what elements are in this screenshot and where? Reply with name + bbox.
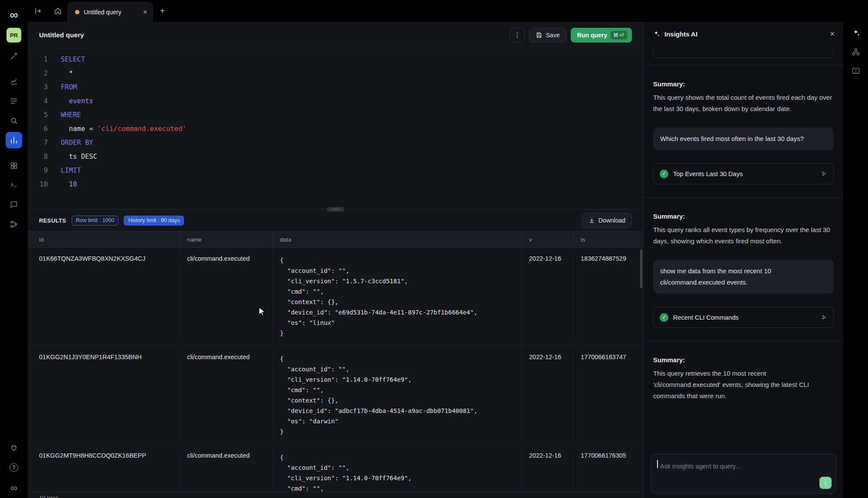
schema-tree-icon[interactable] [852,48,860,56]
line-number: 10 [28,180,48,188]
save-icon [536,32,542,39]
download-button[interactable]: Download [582,213,632,228]
run-query-button[interactable]: Run query ⌘⏎ [571,28,632,43]
grid-apps-icon[interactable] [6,157,22,174]
column-header-id[interactable]: id [28,232,180,247]
query-header: Untitled query ⋮ Save Run query ⌘⏎ [28,22,643,49]
insights-title: Insights AI [664,30,697,38]
insights-ai-icon[interactable] [852,29,860,37]
scrolled-card-fragment [653,46,834,58]
more-options-button[interactable]: ⋮ [510,28,525,43]
ask-agent-input[interactable] [651,454,836,473]
new-tab-button[interactable]: + [153,0,172,22]
trend-chart-icon[interactable] [6,73,22,90]
app-logo-icon: ∞ [10,6,18,23]
query-result-card[interactable]: ✓ Top Events Last 30 Days [653,163,834,184]
plug-icon[interactable] [6,440,22,456]
tab-bar: Untitled query × + [28,0,868,22]
table-row[interactable]: 01K66TQNZA3WFBQ8XN2KXSG4CJ cli/command.e… [28,248,643,346]
line-number: 1 [28,56,48,63]
page-title: Untitled query [39,31,84,39]
code-line: 6 name = 'cli/command.executed' [28,122,643,136]
bar-chart-icon-active[interactable] [6,132,22,148]
workflow-icon[interactable] [6,216,22,233]
column-header-ts[interactable]: ts [573,232,643,247]
sql-editor[interactable]: 1SELECT 2 * 3FROM 4 events 5WHERE 6 name… [28,49,643,209]
close-insights-icon[interactable]: × [830,29,835,39]
insights-chat-input[interactable]: ↑ [651,454,836,494]
tab-close-icon[interactable]: × [143,8,147,16]
cell-name: cli/command.executed [180,346,273,444]
tab-untitled-query[interactable]: Untitled query × [68,2,153,22]
cell-ts: 1770066183747 [573,346,643,444]
run-shortcut-keycap: ⌘⏎ [611,31,627,39]
cell-v: 2022-12-16 [522,445,573,498]
cell-data: { "account_id": "", "cli_version": "1.14… [273,445,522,498]
unsaved-changes-dot-icon [75,10,79,14]
play-icon[interactable] [821,314,827,321]
table-row[interactable]: 01KGG2N1J3Y0ENP1R4F1335BNH cli/command.e… [28,346,643,445]
insights-conversation[interactable]: Summary: This query shows the total coun… [644,46,843,454]
summary-text: This query ranks all event types by freq… [653,224,834,247]
user-message: Which events fired most often in the las… [653,128,834,150]
download-icon [589,217,595,224]
sidebar-toggle-icon[interactable] [28,0,48,22]
tab-label: Untitled query [84,9,139,16]
insights-header: Insights AI × [644,22,843,46]
column-header-v[interactable]: v [522,232,573,247]
cell-v: 2022-12-16 [522,346,573,444]
magic-wand-icon[interactable] [6,48,22,64]
cell-name: cli/command.executed [180,248,273,346]
cell-id: 01KGG2N1J3Y0ENP1R4F1335BNH [28,346,180,444]
query-result-card[interactable]: ✓ Recent CLI Commands [653,307,834,328]
right-icon-strip [843,22,868,498]
feedback-icon[interactable] [852,67,860,75]
table-body: 01K66TQNZA3WFBQ8XN2KXSG4CJ cli/command.e… [28,248,643,498]
app-sidebar: ∞ PR ? ∞ [0,0,28,498]
home-icon[interactable] [48,0,68,22]
line-number: 6 [28,125,48,133]
history-limit-badge[interactable]: History limit : 90 days [124,216,184,226]
chat-icon[interactable] [6,197,22,213]
cell-v: 2022-12-16 [522,248,573,346]
line-number: 4 [28,97,48,105]
table-row[interactable]: 01KGG2MT9H8H8CCDQ0ZK16BEPP cli/command.e… [28,445,643,498]
row-count: 10 rows [28,492,643,498]
footer-logo-icon: ∞ [10,482,17,494]
column-header-name[interactable]: name [180,232,273,247]
section-divider [644,65,843,66]
cell-ts: 1770066176305 [573,445,643,498]
insights-ai-panel: Insights AI × Summary: This query shows … [643,22,843,498]
terminal-icon[interactable] [6,177,22,193]
sparkle-icon [652,30,660,38]
code-line: 9LIMIT [28,164,643,177]
line-number: 2 [28,69,48,77]
results-panel: RESULTS Row limit : 1000 History limit :… [28,209,643,498]
play-icon[interactable] [821,170,827,177]
section-divider [644,341,843,341]
table-header: id name data v ts [28,231,643,248]
code-line: 10 10 [28,177,643,191]
line-number: 3 [28,83,48,91]
line-number: 9 [28,167,48,174]
help-icon[interactable]: ? [6,459,22,476]
column-header-data[interactable]: data [273,232,522,247]
workspace-avatar[interactable]: PR [7,28,21,43]
line-number: 5 [28,111,48,119]
row-limit-badge[interactable]: Row limit : 1000 [72,216,119,226]
table-scrollbar[interactable] [640,249,642,288]
code-line: 1SELECT [28,52,643,66]
search-icon[interactable] [6,112,22,129]
results-title: RESULTS [39,217,66,224]
results-toolbar: RESULTS Row limit : 1000 History limit :… [28,210,643,231]
summary-text: This query retrieves the 10 most recent … [653,368,834,402]
panel-resize-handle[interactable] [327,207,344,212]
cell-name: cli/command.executed [180,445,273,498]
rows-list-icon[interactable] [6,93,22,109]
line-number: 8 [28,153,48,161]
cell-data: { "account_id": "", "cli_version": "1.5.… [273,248,522,346]
save-button[interactable]: Save [529,28,566,43]
send-button[interactable]: ↑ [819,477,832,489]
summary-label: Summary: [653,80,834,88]
summary-text: This query shows the total count of even… [653,92,834,115]
